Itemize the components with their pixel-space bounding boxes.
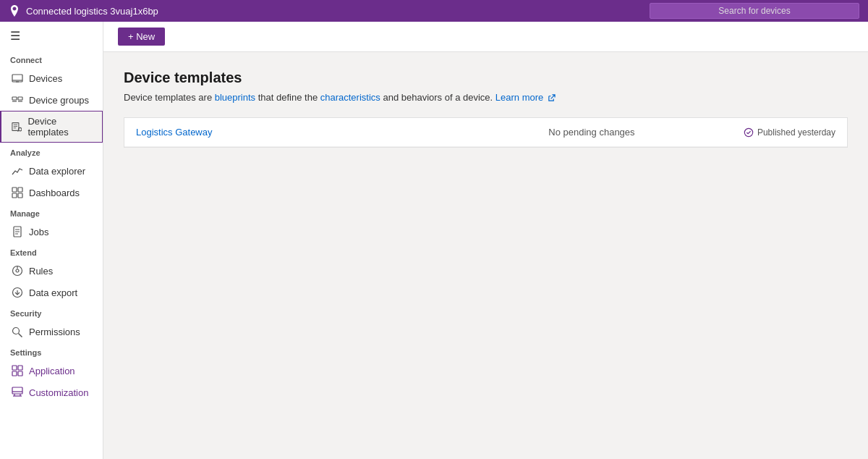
app-logo: Connected logistics 3vuaj1x6bp	[9, 5, 642, 17]
sidebar-item-devices[interactable]: Devices	[0, 67, 103, 89]
sidebar-item-customization-label: Customization	[29, 387, 88, 398]
sidebar-item-devices-label: Devices	[29, 73, 62, 84]
svg-rect-13	[12, 188, 17, 192]
sidebar-item-jobs-label: Jobs	[29, 227, 48, 237]
location-icon	[9, 5, 20, 17]
right-panel: + New Device templates Device templates …	[103, 22, 868, 459]
page-description: Device templates are blueprints that def…	[124, 92, 848, 103]
template-row[interactable]: Logistics Gateway No pending changes Pub…	[124, 118, 847, 147]
desc-middle: that define the	[255, 92, 320, 103]
sidebar-item-data-export-label: Data export	[29, 287, 77, 298]
app-layout: ☰ Connect Devices Device groups	[0, 22, 868, 459]
desc-suffix: and behaviors of a device.	[380, 92, 493, 103]
desc-prefix: Device templates are	[124, 92, 215, 103]
topbar: Connected logistics 3vuaj1x6bp Search fo…	[0, 0, 868, 22]
svg-rect-14	[18, 188, 22, 192]
section-security: Security	[0, 303, 103, 321]
application-icon	[12, 365, 23, 376]
permissions-icon	[12, 326, 23, 337]
sidebar-item-data-explorer-label: Data explorer	[29, 166, 85, 177]
sidebar-item-device-groups-label: Device groups	[29, 95, 89, 106]
sidebar-item-application[interactable]: Application	[0, 360, 103, 382]
svg-rect-16	[18, 193, 22, 198]
template-name: Logistics Gateway	[136, 127, 440, 138]
sidebar-item-device-templates[interactable]: Device templates	[0, 111, 103, 143]
published-label: Published yesterday	[757, 127, 835, 138]
sidebar-item-application-label: Application	[29, 366, 75, 376]
desc-blueprints: blueprints	[215, 92, 255, 103]
page-title: Device templates	[124, 70, 848, 86]
content-area: Device templates Device templates are bl…	[103, 52, 868, 165]
device-templates-icon	[12, 121, 22, 132]
section-connect: Connect	[0, 50, 103, 67]
svg-rect-15	[12, 193, 17, 198]
template-list: Logistics Gateway No pending changes Pub…	[124, 117, 848, 148]
svg-rect-3	[12, 97, 17, 100]
sidebar-item-data-explorer[interactable]: Data explorer	[0, 160, 103, 182]
section-settings: Settings	[0, 342, 103, 360]
rules-icon	[12, 265, 23, 277]
svg-point-22	[16, 269, 19, 272]
sidebar-item-device-templates-label: Device templates	[27, 116, 93, 138]
section-manage: Manage	[0, 203, 103, 221]
learn-more-link[interactable]: Learn more	[495, 92, 543, 103]
sidebar-item-dashboards-label: Dashboards	[29, 188, 80, 198]
svg-point-37	[744, 128, 752, 136]
sidebar-item-device-groups[interactable]: Device groups	[0, 89, 103, 111]
sidebar-item-data-export[interactable]: Data export	[0, 282, 103, 303]
svg-point-26	[13, 328, 20, 334]
svg-rect-28	[12, 366, 17, 370]
data-export-icon	[12, 287, 23, 298]
section-extend: Extend	[0, 243, 103, 260]
sidebar-item-rules-label: Rules	[29, 266, 53, 277]
devices-icon	[12, 72, 23, 84]
device-groups-icon	[12, 94, 23, 106]
sidebar-item-rules[interactable]: Rules	[0, 260, 103, 282]
sidebar-item-jobs[interactable]: Jobs	[0, 221, 103, 243]
svg-rect-30	[12, 371, 17, 376]
hamburger-menu[interactable]: ☰	[0, 22, 103, 50]
sidebar-item-permissions-label: Permissions	[29, 327, 80, 337]
template-published: Published yesterday	[744, 127, 835, 138]
sidebar-item-dashboards[interactable]: Dashboards	[0, 182, 103, 203]
external-link-icon	[548, 94, 556, 102]
svg-line-27	[19, 334, 22, 337]
customization-icon	[12, 387, 23, 398]
data-explorer-icon	[12, 165, 23, 177]
section-analyze: Analyze	[0, 143, 103, 160]
desc-characteristics: characteristics	[320, 92, 380, 103]
dashboards-icon	[12, 187, 23, 198]
svg-rect-29	[18, 366, 22, 370]
template-status: No pending changes	[440, 127, 744, 138]
sidebar: ☰ Connect Devices Device groups	[0, 22, 103, 459]
svg-rect-4	[18, 97, 22, 100]
sidebar-item-permissions[interactable]: Permissions	[0, 321, 103, 342]
svg-rect-31	[18, 371, 22, 376]
main-content: Device templates Device templates are bl…	[103, 52, 868, 459]
search-bar[interactable]: Search for devices	[650, 3, 859, 19]
svg-rect-32	[12, 387, 22, 394]
app-title: Connected logistics 3vuaj1x6bp	[26, 6, 158, 17]
toolbar: + New	[103, 22, 868, 52]
published-icon	[744, 127, 754, 138]
jobs-icon	[12, 226, 23, 237]
new-button[interactable]: + New	[118, 28, 165, 46]
sidebar-item-customization[interactable]: Customization	[0, 382, 103, 403]
